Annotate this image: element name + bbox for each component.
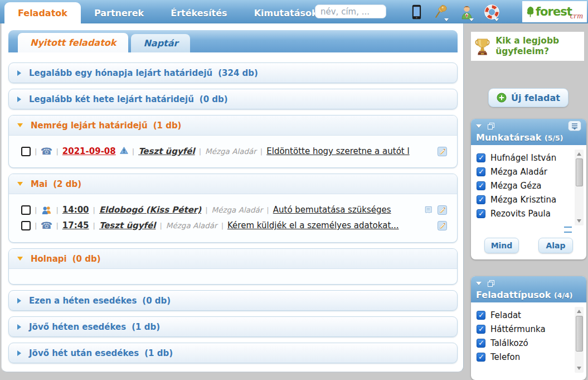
scrollbar[interactable] bbox=[575, 150, 584, 225]
task-description-link[interactable]: Eldöntötte hogy szeretne a autót l bbox=[266, 146, 409, 156]
section-header[interactable]: Mai (2 db) bbox=[9, 174, 457, 194]
panel-header[interactable]: Feladattípusok (4/4) bbox=[471, 276, 586, 302]
section-header[interactable]: Jövő héten esedékes (1 db) bbox=[9, 317, 457, 336]
checkbox-checked-icon[interactable] bbox=[477, 153, 485, 162]
detach-window-icon[interactable] bbox=[488, 123, 494, 129]
task-checkbox[interactable] bbox=[21, 221, 31, 230]
task-row: | ☎ | 17:45 | Teszt ügyfél | Mézga Aladá… bbox=[14, 218, 451, 233]
section-title: Ezen a héten esedékes bbox=[29, 296, 137, 306]
task-customer-link[interactable]: Eldobogó (Kiss Péter) bbox=[99, 205, 201, 215]
section-arrow-icon bbox=[17, 298, 21, 304]
filter-item[interactable]: Mézga Aladár bbox=[477, 165, 586, 179]
task-due-link[interactable]: 17:45 bbox=[62, 220, 89, 230]
nav-tab-label: Értékesítés bbox=[171, 8, 227, 18]
trophy-icon bbox=[473, 33, 492, 59]
edit-action-icon[interactable] bbox=[438, 205, 447, 215]
filter-item[interactable]: Mézga Géza bbox=[477, 179, 586, 193]
filter-item[interactable]: Mézga Krisztina bbox=[477, 193, 586, 206]
filter-item[interactable]: Háttérmunka bbox=[477, 322, 586, 336]
section-arrow-icon bbox=[17, 182, 23, 186]
filter-item[interactable]: Feladat bbox=[477, 308, 586, 322]
task-action-icons bbox=[438, 221, 447, 230]
collapse-caret-icon[interactable] bbox=[476, 124, 482, 128]
scroll-up-icon[interactable] bbox=[577, 310, 581, 313]
section-header[interactable]: Ezen a héten esedékes (0 db) bbox=[9, 291, 457, 310]
filter-item[interactable]: Telefon bbox=[477, 350, 586, 364]
section-body: | | 14:00 | Eldobogó (Kiss Péter) | Mézg… bbox=[9, 194, 457, 242]
section-header[interactable]: Jövő hét után esedékes (1 db) bbox=[9, 343, 457, 363]
warning-triangle-icon bbox=[120, 147, 128, 154]
section-header[interactable]: Holnapi (0 db) bbox=[9, 249, 457, 269]
select-all-button[interactable]: Mind bbox=[484, 238, 519, 253]
resize-handle-icon[interactable] bbox=[564, 227, 572, 233]
edit-action-icon[interactable] bbox=[438, 147, 447, 156]
task-checkbox[interactable] bbox=[21, 205, 31, 215]
scrollbar[interactable] bbox=[575, 307, 584, 373]
detach-window-icon[interactable] bbox=[488, 280, 494, 287]
new-task-button[interactable]: Új feladat bbox=[488, 88, 568, 107]
plus-icon bbox=[497, 93, 507, 103]
filter-item[interactable]: Rezovits Paula bbox=[477, 206, 586, 220]
nav-tab[interactable]: Feladatok bbox=[4, 2, 81, 23]
checkbox-checked-icon[interactable] bbox=[477, 195, 485, 204]
filter-item[interactable]: Hufnágel István bbox=[477, 151, 586, 165]
content-tab[interactable]: Naptár bbox=[131, 34, 190, 52]
task-customer-link[interactable]: Teszt ügyfél bbox=[99, 220, 156, 230]
note-action-icon[interactable] bbox=[424, 205, 433, 215]
separator: | bbox=[35, 222, 37, 230]
panel-menu-icon[interactable] bbox=[568, 121, 581, 131]
scroll-thumb[interactable] bbox=[576, 316, 583, 352]
separator: | bbox=[159, 222, 162, 230]
filter-item-label: Telefon bbox=[490, 352, 520, 362]
task-section: Jövő héten esedékes (1 db) bbox=[8, 316, 458, 337]
task-row: | | 14:00 | Eldobogó (Kiss Péter) | Mézg… bbox=[14, 202, 451, 218]
help-lifebuoy-icon[interactable] bbox=[484, 3, 499, 21]
panel-title: Feladattípusok bbox=[476, 290, 551, 300]
new-task-label: Új feladat bbox=[511, 93, 560, 103]
task-due-link[interactable]: 2021-09-08 bbox=[62, 146, 116, 156]
section-count: (0 db) bbox=[200, 94, 228, 104]
task-customer-link[interactable]: Teszt ügyfél bbox=[138, 146, 195, 156]
user-menu-icon[interactable] bbox=[459, 3, 474, 21]
checkbox-checked-icon[interactable] bbox=[477, 181, 485, 190]
section-title: Jövő hét után esedékes bbox=[29, 348, 139, 358]
task-due-link[interactable]: 14:00 bbox=[62, 205, 89, 215]
top-navigation-bar: FeladatokPartnerekÉrtékesítésKimutatások… bbox=[0, 0, 588, 23]
scroll-down-icon[interactable] bbox=[577, 219, 581, 223]
checkbox-checked-icon[interactable] bbox=[477, 325, 485, 334]
pushpin-icon[interactable] bbox=[434, 3, 449, 21]
scroll-thumb[interactable] bbox=[576, 158, 583, 186]
separator: | bbox=[35, 147, 37, 156]
content-tab[interactable]: Nyitott feladatok bbox=[18, 33, 128, 52]
checkbox-checked-icon[interactable] bbox=[477, 353, 485, 362]
section-header[interactable]: Legalább két hete lejárt határidejű (0 d… bbox=[9, 89, 457, 109]
checkbox-checked-icon[interactable] bbox=[477, 167, 485, 176]
app-logo[interactable]: forest crm bbox=[522, 1, 587, 22]
collapse-caret-icon[interactable] bbox=[476, 282, 482, 285]
task-description-link[interactable]: Autó bemutatása szükséges bbox=[273, 205, 391, 215]
checkbox-checked-icon[interactable] bbox=[477, 311, 485, 320]
filter-item[interactable]: Találkozó bbox=[477, 336, 586, 350]
scroll-down-icon[interactable] bbox=[577, 367, 581, 370]
smartphone-icon[interactable] bbox=[409, 3, 424, 21]
edit-action-icon[interactable] bbox=[438, 221, 447, 230]
panel-header[interactable]: Munkatársak (5/5) bbox=[471, 119, 586, 145]
separator: | bbox=[93, 206, 95, 214]
nav-tab[interactable]: Partnerek bbox=[81, 2, 157, 23]
section-header[interactable]: Nemrég lejárt határidejű (1 db) bbox=[9, 116, 457, 136]
default-selection-button[interactable]: Alap bbox=[538, 238, 573, 253]
best-customers-banner[interactable]: Kik a legjobb ügyfeleim? bbox=[471, 32, 584, 61]
task-checkbox[interactable] bbox=[21, 147, 31, 156]
content-tab-label: Naptár bbox=[143, 38, 178, 49]
scroll-up-icon[interactable] bbox=[577, 152, 581, 156]
checkbox-checked-icon[interactable] bbox=[477, 339, 485, 348]
checkbox-checked-icon[interactable] bbox=[477, 209, 485, 218]
task-description-link[interactable]: Kérem küldjék el a személyes adatokat... bbox=[227, 220, 399, 230]
section-header[interactable]: Legalább egy hónapja lejárt határidejű (… bbox=[9, 63, 457, 83]
content-tabbar: Nyitott feladatokNaptár bbox=[8, 30, 458, 52]
filter-item-label: Mézga Géza bbox=[490, 181, 541, 191]
section-count: (324 db) bbox=[218, 68, 258, 78]
search-input[interactable] bbox=[315, 4, 386, 18]
nav-tab[interactable]: Értékesítés bbox=[157, 2, 240, 23]
section-title: Jövő héten esedékes bbox=[29, 322, 126, 332]
